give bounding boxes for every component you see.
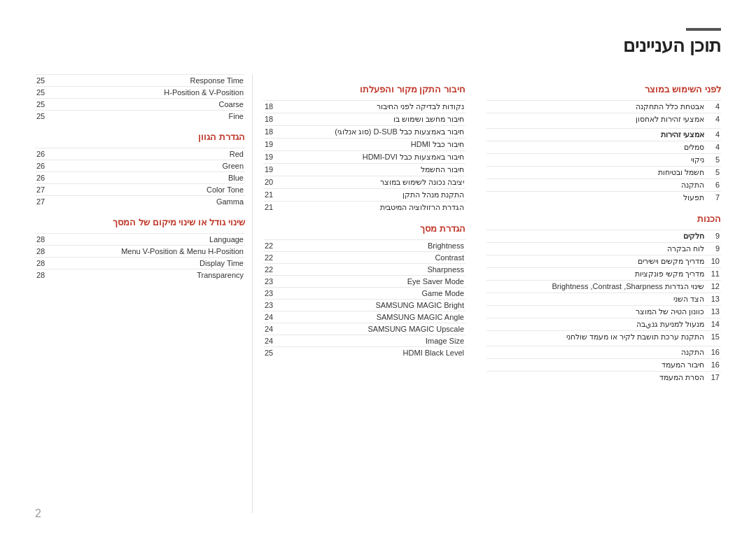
row-label: Transparency (55, 269, 245, 281)
row-label: הגדרת הרזולוציה המיטבית (283, 202, 465, 214)
page-number: 2 (35, 507, 41, 520)
table-row: 25H-Position & V-Position (35, 87, 245, 99)
row-number: 6 (706, 179, 721, 192)
middle-section1-table: 18נקודות לבדיקה לפני החיבור18חיבור מחשב … (263, 100, 465, 213)
top-rows-table: 25Response Time25H-Position & V-Position… (35, 74, 245, 122)
row-number: 5 (706, 167, 721, 179)
row-label: הסרת המעמד (486, 372, 706, 384)
row-label: יציבה נכונה לשימוש במוצר (283, 176, 465, 189)
table-row: 9חלקים (486, 230, 721, 243)
row-label: ניקוי (486, 154, 706, 167)
table-row: 21הגדרת הרזולוציה המיטבית (263, 202, 465, 214)
row-label: תפעול (486, 192, 706, 204)
content-area: 25Response Time25H-Position & V-Position… (35, 74, 721, 513)
table-row: 25Response Time (35, 75, 245, 87)
table-row: 28Language (35, 234, 245, 246)
row-number: 13 (706, 306, 721, 318)
table-row: 4אבטחת כלל התחקנה (486, 101, 721, 113)
row-number: 13 (706, 293, 721, 306)
row-number: 24 (263, 323, 283, 335)
row-number: 4 (706, 101, 721, 113)
table-row: 25Coarse (35, 99, 245, 111)
row-number: 24 (263, 335, 283, 347)
right-section2-header: הכנות (486, 213, 721, 224)
row-number: 21 (263, 202, 283, 214)
table-row: 18נקודות לבדיקה לפני החיבור (263, 101, 465, 113)
right-section2-table: 9חלקים9לוח הבקרה10מדריך מקשים וישירים11מ… (486, 230, 721, 384)
row-label: Sharpness (283, 264, 465, 276)
table-row: 19חיבור החשמל (263, 164, 465, 176)
table-row: 24Image Size (263, 335, 465, 347)
row-number: 25 (35, 99, 55, 111)
row-label: הצד השני (486, 293, 706, 306)
row-number: 27 (35, 184, 55, 196)
row-label: מדריך מקשים וישירים (486, 255, 706, 268)
left-section1-table: 26Red26Green26Blue27Color Tone27Gamma (35, 148, 245, 207)
row-number: 14 (706, 318, 721, 331)
table-row: 22Sharpness (263, 264, 465, 276)
row-label: Display Time (55, 258, 245, 269)
row-number: 19 (263, 151, 283, 164)
row-label: אמצעי זהירות (486, 129, 706, 141)
right-section1-table: 4אבטחת כלל התחקנה4אמצעי זהירות לאחסון4אמ… (486, 100, 721, 204)
row-label: H-Position & V-Position (55, 87, 245, 99)
middle-column: חיבור התקן מקור והפעלתו 18נקודות לבדיקה … (252, 74, 476, 513)
row-label: SAMSUNG MAGIC Bright (283, 300, 465, 311)
row-number: 23 (263, 300, 283, 311)
row-label: סמלים (486, 141, 706, 154)
table-row: 25Fine (35, 111, 245, 122)
row-number: 26 (35, 148, 55, 160)
table-row: 4אמצעי זהירות (486, 129, 721, 141)
row-label: אמצעי זהירות לאחסון (486, 113, 706, 126)
row-label: נקודות לבדיקה לפני החיבור (283, 101, 465, 113)
row-label: לוח הבקרה (486, 243, 706, 255)
row-number: 28 (35, 246, 55, 258)
row-number: 4 (706, 113, 721, 126)
row-label: HDMI Black Level (283, 347, 465, 359)
row-label: חיבור באמצעות כבל D-SUB (סוג אנלוגי) (283, 126, 465, 139)
row-number: 20 (263, 176, 283, 189)
row-label: חלקים (486, 230, 706, 243)
row-label: Color Tone (55, 184, 245, 196)
row-number: 23 (263, 276, 283, 288)
table-row: 23SAMSUNG MAGIC Bright (263, 300, 465, 311)
row-number: 9 (706, 230, 721, 243)
table-row: 24SAMSUNG MAGIC Angle (263, 311, 465, 323)
row-number: 18 (263, 126, 283, 139)
row-label: אבטחת כלל התחקנה (486, 101, 706, 113)
table-row: 28Transparency (35, 269, 245, 281)
row-number: 25 (263, 347, 283, 359)
row-label: מדריך מקשי פונקציות (486, 268, 706, 281)
row-number: 26 (35, 160, 55, 172)
title-bar-decoration (686, 28, 721, 31)
table-row: 9לוח הבקרה (486, 243, 721, 255)
row-label: חיבור המעמד (486, 359, 706, 372)
row-number: 12 (706, 281, 721, 293)
table-row: 27Color Tone (35, 184, 245, 196)
table-row: 7תפעול (486, 192, 721, 204)
row-label: התקנה (486, 179, 706, 192)
row-label: כוונון הטיה של המוצר (486, 306, 706, 318)
table-row: 5ניקוי (486, 154, 721, 167)
row-number: 4 (706, 141, 721, 154)
table-row: 22Contrast (263, 252, 465, 264)
row-number: 4 (706, 129, 721, 141)
middle-section1-header: חיבור התקן מקור והפעלתו (263, 84, 465, 94)
row-number: 16 (706, 359, 721, 372)
row-number: 19 (263, 164, 283, 176)
row-label: חיבור באמצעות כבל HDMI-DVI (283, 151, 465, 164)
table-row: 10מדריך מקשים וישירים (486, 255, 721, 268)
table-row: 15התקנת ערכת תושבת לקיר או מעמד שולחני (486, 331, 721, 344)
table-row: 28Display Time (35, 258, 245, 269)
row-label: Blue (55, 172, 245, 184)
row-number: 25 (35, 111, 55, 122)
table-row: 26Red (35, 148, 245, 160)
table-row: 16חיבור המעמד (486, 359, 721, 372)
row-label: SAMSUNG MAGIC Angle (283, 311, 465, 323)
row-number: 10 (706, 255, 721, 268)
table-row: 26Blue (35, 172, 245, 184)
title-block: תוכן העניינים (623, 28, 721, 57)
row-number: 15 (706, 331, 721, 344)
row-number: 28 (35, 269, 55, 281)
table-row: 17הסרת המעמד (486, 372, 721, 384)
